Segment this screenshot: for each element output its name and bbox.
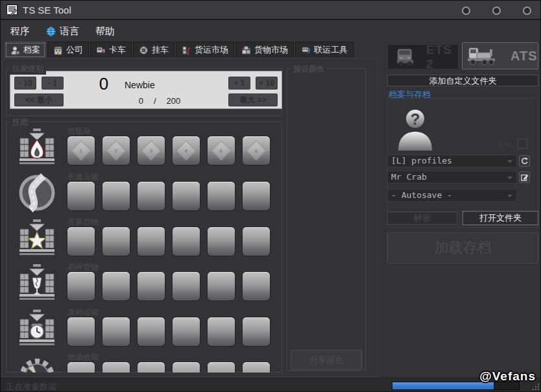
refresh-icon	[521, 157, 529, 165]
adr-skill-slot-4[interactable]: 4	[173, 136, 200, 165]
fuel-economy-skill-slot-3[interactable]	[138, 362, 165, 373]
adr-skill-slot-5[interactable]: 6	[208, 136, 235, 165]
level-minus-1-button[interactable]: - 1	[42, 77, 64, 90]
edit-profile-button[interactable]	[519, 171, 530, 183]
long-distance-skill-slot-2[interactable]	[102, 182, 130, 210]
fuel-economy-skill-slot-1[interactable]	[67, 362, 95, 373]
preset-colors-group-label: 预设颜色	[291, 64, 327, 75]
skill-row-just-in-time: 及时运输	[6, 307, 282, 350]
long-distance-skill-slot-3[interactable]	[138, 182, 165, 210]
fragile-cargo-skill-slot-3[interactable]	[138, 272, 165, 300]
skill-row-long-distance: 长途运输	[6, 171, 282, 214]
level-plus-1-button[interactable]: + 1	[228, 77, 250, 90]
globe-icon	[46, 27, 56, 36]
just-in-time-skill-slot-3[interactable]	[138, 317, 165, 346]
ets2-truck-icon	[393, 46, 418, 68]
tab-label: 公司	[66, 44, 83, 56]
high-value-cargo-skill-slot-4[interactable]	[173, 227, 200, 256]
skills-rows: 危险品123468长途运输贵重货物易碎货物及时运输燃油效能	[6, 121, 282, 373]
save-slot-dropdown[interactable]: - Autosave -	[387, 189, 517, 202]
high-value-cargo-skill-slot-2[interactable]	[102, 227, 130, 256]
adr-skill-slot-3[interactable]: 3	[138, 136, 165, 165]
tab-trailer[interactable]: 挂车	[133, 42, 174, 58]
just-in-time-skill-slot-5[interactable]	[208, 317, 235, 346]
just-in-time-skill-slot-4[interactable]	[173, 317, 200, 346]
fragile-cargo-skill-slot-6[interactable]	[243, 272, 270, 300]
backup-label: 备份	[496, 140, 512, 151]
just-in-time-skill-slot-1[interactable]	[67, 317, 95, 346]
fragile-cargo-skill-slot-5[interactable]	[208, 272, 235, 300]
long-distance-skill-slot-5[interactable]	[208, 182, 235, 210]
high-value-cargo-skill-slot-1[interactable]	[67, 227, 95, 256]
skill-row-label: 长途运输	[67, 171, 99, 182]
adr-class-number: 1	[80, 147, 82, 153]
title-bar[interactable]: TS SE Tool	[1, 1, 541, 20]
long-distance-skill-slot-1[interactable]	[67, 182, 95, 210]
fragile-cargo-skill-slot-4[interactable]	[173, 272, 200, 300]
window-title: TS SE Tool	[23, 5, 71, 16]
refresh-profiles-button[interactable]	[519, 155, 530, 167]
exp-next-level: 200	[162, 96, 186, 106]
share-colors-button[interactable]: 分享颜色	[291, 350, 362, 370]
preset-colors-group	[287, 68, 366, 371]
tab-intermodal[interactable]: 联运工具	[295, 42, 354, 58]
menu-program[interactable]: 程序	[4, 23, 36, 40]
high-value-cargo-skill-slot-3[interactable]	[138, 227, 165, 256]
tab-company[interactable]: 公司	[47, 42, 89, 58]
fuel-economy-skill-slot-5[interactable]	[208, 362, 235, 373]
maximize-button[interactable]	[492, 6, 501, 15]
resize-grip-icon[interactable]	[532, 383, 540, 391]
decrypt-button[interactable]: 解密	[387, 212, 457, 225]
menu-help[interactable]: 帮助	[89, 23, 121, 40]
tab-label: 货运市场	[195, 44, 228, 56]
tab-profile[interactable]: 档案	[5, 42, 46, 58]
adr-class-diamond-icon: 8	[246, 140, 266, 160]
profile-name-dropdown[interactable]: Mr Crab	[387, 171, 517, 184]
adr-skill-slot-6[interactable]: 8	[243, 136, 270, 165]
ats-game-button[interactable]: ATS	[462, 42, 538, 69]
app-icon	[6, 5, 18, 16]
tab-cargo-market[interactable]: 货物市场	[235, 42, 294, 58]
tab-truck[interactable]: 卡车	[90, 42, 132, 58]
tab-label: 货物市场	[254, 44, 288, 56]
high-value-cargo-skill-slot-6[interactable]	[243, 227, 270, 256]
adr-skill-slot-2[interactable]: 2	[102, 136, 130, 165]
add-custom-folder-button[interactable]: 添加自定义文件夹	[387, 75, 538, 86]
skill-row-label: 易碎货物	[67, 262, 99, 273]
adr-class-diamond-icon: 4	[176, 140, 196, 160]
level-max-button[interactable]: 最大 >>	[228, 93, 278, 106]
fuel-economy-skill-slot-6[interactable]	[243, 362, 270, 373]
load-save-button[interactable]: 加载存档	[387, 232, 538, 263]
fuel-economy-skill-slot-2[interactable]	[102, 362, 130, 373]
fuel-economy-skill-slot-4[interactable]	[173, 362, 200, 373]
tab-label: 档案	[23, 44, 40, 56]
level-plus-10-button[interactable]: + 10	[256, 77, 278, 90]
menu-language[interactable]: 语言	[40, 23, 86, 40]
status-text: 正在准备数据	[6, 381, 56, 392]
chevron-down-icon	[507, 160, 512, 163]
tab-freight-market[interactable]: 货运市场	[176, 42, 234, 58]
level-minus-10-button[interactable]: - 10	[14, 77, 36, 90]
level-min-button[interactable]: << 最小	[14, 93, 64, 106]
save-slot-value: - Autosave -	[391, 190, 452, 200]
just-in-time-skill-slot-2[interactable]	[102, 317, 130, 346]
backup-checkbox[interactable]	[518, 139, 527, 149]
fuel-economy-skill-icon	[18, 354, 56, 373]
profiles-folder-dropdown[interactable]: [L] profiles	[387, 154, 517, 167]
long-distance-skill-slot-6[interactable]	[243, 182, 270, 210]
chevron-down-icon	[507, 177, 512, 179]
adr-skill-slot-1[interactable]: 1	[67, 136, 95, 165]
close-button[interactable]	[523, 6, 531, 15]
just-in-time-skill-slot-6[interactable]	[243, 317, 270, 346]
minimize-button[interactable]	[462, 6, 470, 15]
ets2-game-button[interactable]: ETS 2	[387, 44, 459, 69]
fragile-cargo-skill-slot-1[interactable]	[67, 272, 95, 300]
long-distance-skill-slot-4[interactable]	[173, 182, 200, 210]
open-folder-button[interactable]: 打开文件夹	[463, 211, 538, 225]
tab-label: 联运工具	[314, 44, 348, 56]
skill-row-label: 及时运输	[67, 307, 99, 318]
progress-fill	[392, 382, 494, 389]
high-value-cargo-skill-slot-5[interactable]	[208, 227, 235, 256]
fragile-cargo-skill-slot-2[interactable]	[102, 272, 130, 300]
player-level-value: 0	[91, 74, 117, 94]
